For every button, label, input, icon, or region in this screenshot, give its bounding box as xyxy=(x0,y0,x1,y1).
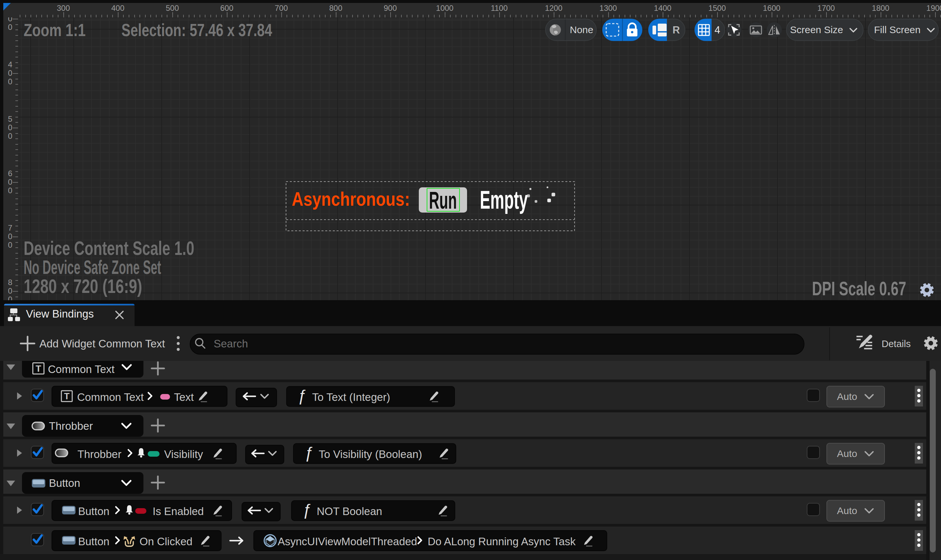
svg-text:No Device Safe Zone Set: No Device Safe Zone Set xyxy=(24,257,161,278)
svg-text:T: T xyxy=(64,391,69,401)
svg-text:T: T xyxy=(35,363,41,374)
svg-text:DPI Scale 0.67: DPI Scale 0.67 xyxy=(812,278,906,300)
svg-text:ƒ: ƒ xyxy=(297,387,306,405)
svg-text:Run: Run xyxy=(429,187,457,214)
svg-text:Zoom 1:1: Zoom 1:1 xyxy=(24,20,86,40)
svg-text:ƒ: ƒ xyxy=(302,501,311,518)
svg-text:Empty: Empty xyxy=(480,185,528,214)
svg-text:Device Content Scale 1.0: Device Content Scale 1.0 xyxy=(24,237,194,259)
svg-text:ƒ: ƒ xyxy=(304,444,313,462)
svg-text:1280 x 720 (16:9): 1280 x 720 (16:9) xyxy=(24,275,142,297)
svg-text:Asynchronous:: Asynchronous: xyxy=(292,188,410,210)
svg-text:Selection: 57.46 x 37.84: Selection: 57.46 x 37.84 xyxy=(122,20,272,40)
